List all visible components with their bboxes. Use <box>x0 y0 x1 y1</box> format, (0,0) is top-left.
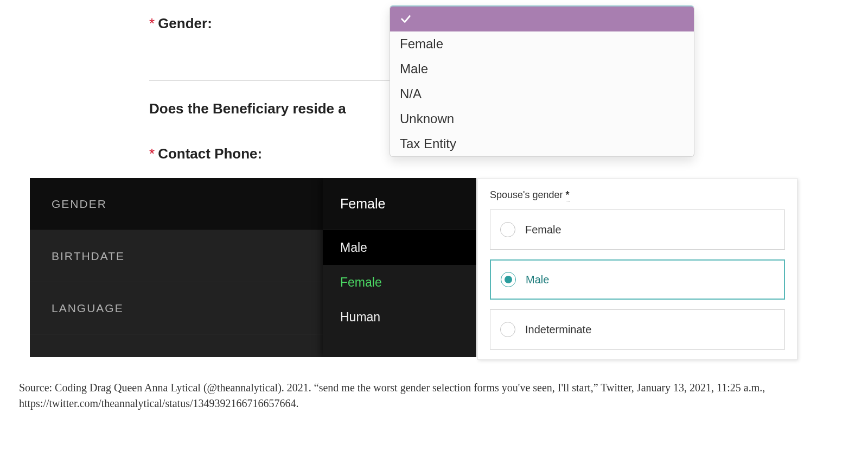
settings-row-birthdate[interactable]: BIRTHDATE <box>30 230 323 282</box>
option-label: Human <box>340 310 380 325</box>
divider <box>149 80 399 81</box>
gender-option-label: Unknown <box>400 106 454 131</box>
caption-line-1: Source: Coding Drag Queen Anna Lytical (… <box>19 382 765 394</box>
option-label: Female <box>525 224 561 236</box>
gender-option-na[interactable]: N/A <box>390 81 694 106</box>
dark-settings-panel: GENDER BIRTHDATE LANGUAGE Female Male Fe… <box>30 178 476 357</box>
check-icon <box>400 13 412 25</box>
required-asterisk: * <box>149 15 155 31</box>
spouse-option-female[interactable]: Female <box>490 210 785 250</box>
option-label: Male <box>526 274 549 286</box>
gender-option-unknown[interactable]: Unknown <box>390 106 694 131</box>
settings-label: GENDER <box>52 198 107 211</box>
gender-option-label: N/A <box>400 81 422 106</box>
settings-left-column: GENDER BIRTHDATE LANGUAGE <box>30 178 323 357</box>
spouse-gender-card: Spouse's gender * Female Male Indetermin… <box>477 178 797 360</box>
gender-option-female[interactable]: Female <box>390 31 694 56</box>
gender-option-female[interactable]: Female <box>323 265 476 300</box>
settings-row-gender[interactable]: GENDER <box>30 178 323 230</box>
beneficiary-question: Does the Beneficiary reside a <box>149 100 346 117</box>
spouse-option-indeterminate[interactable]: Indeterminate <box>490 309 785 350</box>
radio-icon <box>500 322 515 337</box>
gender-option-label: Male <box>400 56 428 81</box>
required-asterisk: * <box>149 145 155 162</box>
gender-option-selected-blank[interactable] <box>390 7 694 31</box>
caption-line-2: https://twitter.com/theannalytical/statu… <box>19 397 299 409</box>
option-label: Female <box>340 275 382 290</box>
gender-option-tax-entity[interactable]: Tax Entity <box>390 131 694 156</box>
spouse-option-male[interactable]: Male <box>490 259 785 300</box>
settings-label: LANGUAGE <box>52 302 124 315</box>
gender-option-male[interactable]: Male <box>390 56 694 81</box>
contact-phone-label: *Contact Phone: <box>149 145 262 162</box>
gender-option-menu: Female Male Female Human <box>323 178 476 357</box>
radio-icon <box>501 272 516 287</box>
gender-field-label: *Gender: <box>149 15 212 32</box>
gender-option-label: Tax Entity <box>400 131 456 156</box>
required-asterisk: * <box>566 189 570 201</box>
spouse-gender-label: Spouse's gender <box>490 189 563 200</box>
radio-dot-icon <box>505 276 512 283</box>
gender-label-text: Gender: <box>158 15 212 31</box>
radio-icon <box>500 222 515 237</box>
gender-current-value: Female <box>323 178 476 230</box>
phone-label-text: Contact Phone: <box>158 145 262 162</box>
form-panel-top: *Gender: Does the Beneficiary reside a *… <box>149 5 692 166</box>
gender-dropdown[interactable]: Female Male N/A Unknown Tax Entity <box>390 5 694 157</box>
settings-label: BIRTHDATE <box>52 250 125 263</box>
option-label: Indeterminate <box>525 324 591 336</box>
settings-row-language[interactable]: LANGUAGE <box>30 282 323 334</box>
option-label: Male <box>340 240 367 255</box>
gender-option-human[interactable]: Human <box>323 300 476 334</box>
spouse-gender-title: Spouse's gender * <box>490 189 785 201</box>
source-caption: Source: Coding Drag Queen Anna Lytical (… <box>19 380 846 411</box>
gender-option-label: Female <box>400 31 443 56</box>
gender-option-male[interactable]: Male <box>323 230 476 265</box>
